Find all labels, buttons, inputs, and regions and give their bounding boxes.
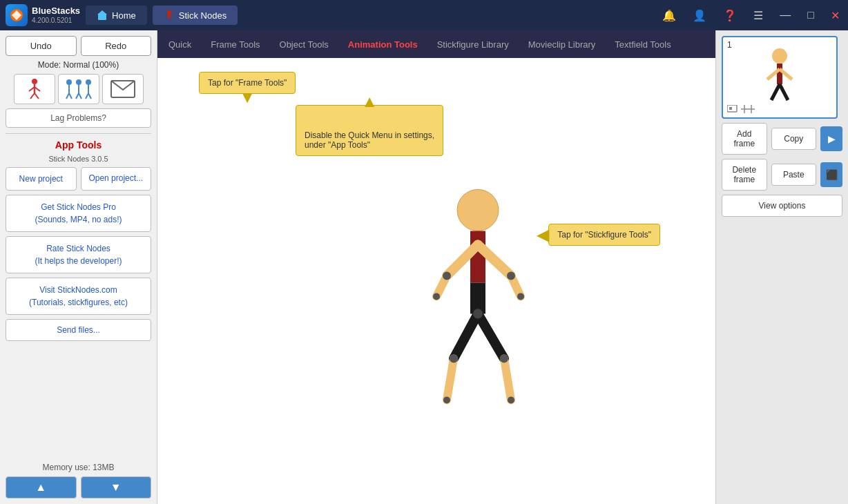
svg-marker-3	[97, 10, 107, 14]
tab-quick[interactable]: Quick	[163, 37, 197, 52]
lag-problems-button[interactable]: Lag Problems?	[6, 108, 151, 128]
svg-point-38	[507, 271, 515, 280]
tab-animation-tools[interactable]: Animation Tools	[343, 37, 423, 52]
svg-point-20	[86, 79, 91, 85]
svg-line-23	[88, 93, 91, 99]
tab-frame-tools[interactable]: Frame Tools	[205, 37, 265, 52]
svg-line-11	[35, 93, 39, 99]
view-options-button[interactable]: View options	[722, 195, 842, 217]
memory-text: Memory use: 13MB	[6, 463, 151, 472]
frame-icon2	[741, 105, 755, 113]
add-frame-button[interactable]: Add frame	[722, 123, 767, 155]
tab-textfield-tools[interactable]: Textfield Tools	[609, 37, 676, 52]
canvas-area[interactable]: Tap for "Frame Tools" ▼ ▲ ▲ Disable the …	[157, 58, 715, 504]
svg-rect-52	[729, 107, 732, 110]
svg-line-34	[478, 313, 504, 358]
stickfigure[interactable]	[409, 186, 547, 423]
svg-line-32	[454, 313, 478, 358]
svg-line-10	[30, 93, 35, 99]
svg-point-36	[473, 309, 483, 318]
svg-point-16	[76, 79, 81, 85]
icon-row	[6, 74, 151, 104]
new-project-button[interactable]: New project	[6, 167, 77, 191]
bluestacks-text: BlueStacks 4.200.0.5201	[32, 6, 80, 23]
svg-point-37	[443, 271, 451, 280]
svg-line-50	[780, 84, 788, 100]
close-button[interactable]: ✕	[828, 6, 842, 25]
play-button[interactable]: ▶	[820, 126, 842, 151]
svg-point-6	[32, 79, 37, 84]
tab-stickfigure-library[interactable]: Stickfigure Library	[432, 37, 514, 52]
stickfigure-icon-btn[interactable]	[14, 74, 55, 104]
svg-point-41	[450, 354, 458, 362]
svg-line-19	[79, 93, 81, 99]
visit-button[interactable]: Visit StickNodes.com(Tutorials, stickfig…	[6, 278, 151, 315]
stickfigure-tools-arrow-left: ◀	[537, 226, 549, 243]
divider1	[6, 133, 151, 134]
undo-redo-row: Undo Redo	[6, 36, 151, 56]
get-pro-button[interactable]: Get Stick Nodes Pro(Sounds, MP4, no ads!…	[6, 195, 151, 232]
frame-icon1	[727, 105, 738, 113]
svg-point-39	[433, 293, 440, 300]
paste-button[interactable]: Paste	[771, 164, 817, 186]
frame-number: 1	[727, 40, 732, 50]
svg-line-49	[771, 84, 780, 100]
user-icon[interactable]: 👤	[690, 6, 709, 25]
svg-line-33	[447, 358, 454, 400]
frame-tools-tooltip: Tap for "Frame Tools" ▼	[199, 72, 296, 94]
group-icon-btn[interactable]	[58, 74, 99, 104]
send-files-button[interactable]: Send files...	[6, 319, 151, 341]
home-tab[interactable]: Home	[86, 6, 147, 25]
sticknodes-tab[interactable]: Stick Nodes	[153, 6, 238, 25]
main-layout: Undo Redo Mode: Normal (100%)	[0, 30, 848, 504]
envelope-icon-btn[interactable]	[102, 74, 144, 104]
menu-icon[interactable]: ☰	[751, 6, 766, 25]
svg-point-42	[500, 354, 508, 362]
center-area: Quick Frame Tools Object Tools Animation…	[157, 30, 715, 504]
svg-line-15	[69, 93, 72, 99]
sticknodes-icon	[164, 10, 175, 21]
help-icon[interactable]: ❓	[720, 6, 740, 25]
svg-point-44	[508, 396, 514, 403]
delete-frame-button[interactable]: Delete frame	[722, 159, 767, 191]
svg-point-25	[457, 189, 499, 231]
rate-button[interactable]: Rate Stick Nodes(It helps the developer!…	[6, 236, 151, 273]
maximize-button[interactable]: □	[804, 6, 817, 24]
quick-menu-arrow-up: ▲	[361, 93, 378, 110]
right-panel: 1 Add	[715, 30, 848, 504]
quick-menu-tooltip: ▲ Disable the Quick Menu in settings,und…	[296, 105, 443, 156]
arrow-up-button[interactable]: ▲	[6, 476, 77, 498]
titlebar-controls: 🔔 👤 ❓ ☰ — □ ✕	[659, 6, 842, 25]
project-buttons: New project Open project...	[6, 167, 151, 191]
frame-controls	[727, 105, 755, 113]
bluestacks-logo: BlueStacks 4.200.0.5201	[6, 4, 80, 26]
svg-point-12	[66, 79, 72, 85]
tab-object-tools[interactable]: Object Tools	[274, 37, 334, 52]
app-tools-sub: Stick Nodes 3.0.5	[6, 155, 151, 163]
open-project-button[interactable]: Open project...	[81, 167, 152, 191]
add-frame-row: Add frame Copy ▶	[722, 123, 842, 155]
toolbar-tabs: Quick Frame Tools Object Tools Animation…	[157, 30, 715, 58]
svg-line-35	[504, 358, 511, 400]
tab-movieclip-library[interactable]: Movieclip Library	[523, 37, 601, 52]
svg-point-45	[772, 48, 787, 64]
stickfigure-tools-tooltip: ◀ Tap for "Stickfigure Tools"	[548, 224, 660, 246]
svg-rect-2	[98, 14, 106, 20]
home-icon	[97, 10, 108, 21]
minimize-button[interactable]: —	[777, 6, 793, 24]
mode-text: Mode: Normal (100%)	[6, 60, 151, 70]
svg-line-22	[86, 93, 88, 99]
bell-icon[interactable]: 🔔	[659, 6, 679, 25]
frame-thumbnail: 1	[722, 36, 838, 119]
arrow-down-button[interactable]: ▼	[81, 476, 152, 498]
left-sidebar: Undo Redo Mode: Normal (100%)	[0, 30, 157, 504]
app-tools-title: App Tools	[6, 139, 151, 151]
delete-frame-row: Delete frame Paste ⬛	[722, 159, 842, 191]
svg-rect-5	[168, 14, 171, 18]
redo-button[interactable]: Redo	[81, 36, 152, 56]
copy-button[interactable]: Copy	[771, 128, 817, 150]
svg-point-40	[517, 293, 524, 300]
arrow-buttons: ▲ ▼	[6, 476, 151, 498]
nav-button[interactable]: ⬛	[820, 162, 842, 187]
undo-button[interactable]: Undo	[6, 36, 77, 56]
